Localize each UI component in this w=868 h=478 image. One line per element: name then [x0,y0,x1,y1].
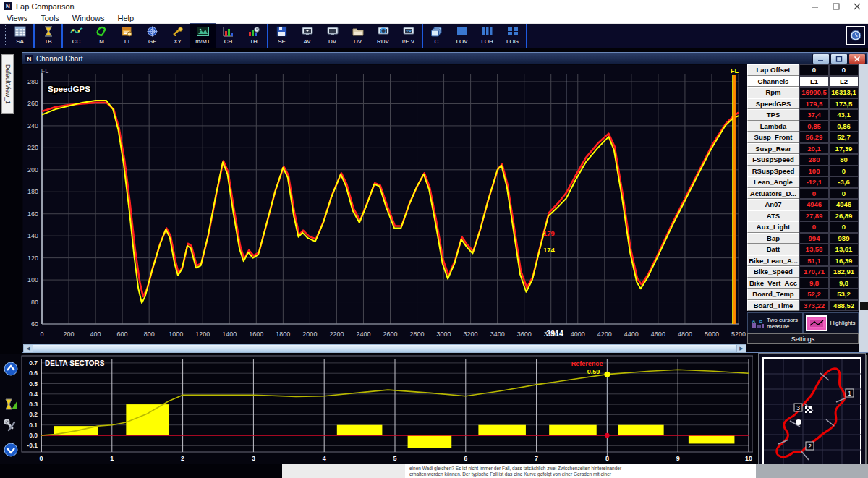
lap-offset-l1[interactable]: 0 [799,64,829,76]
clock-button[interactable] [846,26,865,45]
table-row[interactable]: Susp_Rear20,117,39 [747,143,859,155]
channel-name[interactable]: Bike_Speed [747,266,799,278]
toolbar-button-se[interactable]: SE [269,24,294,48]
table-row[interactable]: Bike_Vert_Acc9,89,8 [747,278,859,289]
chart-close-button[interactable] [848,54,866,64]
lap2-header[interactable]: L2 [829,76,859,88]
channel-name[interactable]: Susp_Front [747,132,799,143]
chart-maximize-button[interactable] [830,54,848,64]
table-row[interactable]: RSuspSpeed1000 [747,166,859,177]
toolbar-button-log[interactable]: LOG [500,24,525,48]
table-row[interactable]: Actuators_D...00 [747,188,859,200]
menu-windows[interactable]: Windows [66,14,111,22]
tools-button[interactable] [2,418,19,435]
channel-name[interactable]: SpeedGPS [747,98,799,110]
channel-name[interactable]: Aux_Light [747,221,799,233]
table-row[interactable]: An0749464946 [747,199,859,210]
menu-tools[interactable]: Tools [34,14,66,22]
channel-name[interactable]: Bap [747,233,799,244]
channel-name[interactable]: Lean_Angle [747,176,799,188]
channel-name[interactable]: Lambda [747,121,799,132]
toolbar-button-th[interactable]: TH [241,24,266,48]
chart-minimize-button[interactable] [812,54,830,64]
view-tab[interactable]: DefaultView_1 [1,54,14,114]
channel-name[interactable]: ATS [747,210,799,222]
channel-name[interactable]: Bike_Vert_Acc [747,278,799,289]
scroll-up-button[interactable] [2,360,19,377]
menu-views[interactable]: Views [0,14,34,22]
delta-sectors-chart[interactable]: -0.10.00.10.20.30.40.50.60.7012345678910… [0,354,753,464]
toolbar-button-gf[interactable]: GF [140,24,165,48]
scroll-down-button[interactable] [2,441,19,458]
channel-chart-titlebar[interactable]: N Channel Chart [22,53,867,64]
table-row[interactable]: SpeedGPS179,5173,5 [747,98,859,110]
toolbar-button-ch[interactable]: CH [216,24,241,48]
channel-name[interactable]: Actuators_D... [747,188,799,200]
lap-offset-l2[interactable]: 0 [829,64,859,76]
toolbar-button-cc[interactable]: CC [64,24,89,48]
toolbar-button-loh[interactable]: LOH [475,24,500,48]
table-row[interactable]: Board_Time373,22488,52 [747,300,859,312]
channel-name[interactable]: TPS [747,109,799,121]
toolbar-button-tb[interactable]: TB [35,24,61,48]
channel-l2-value: 0,86 [829,121,859,132]
maximize-button[interactable] [825,0,847,12]
channel-name[interactable]: RSuspSpeed [747,166,799,177]
scroll-right-icon[interactable]: ▶ [737,345,746,352]
scrollbar-thumb-dark[interactable] [860,302,868,310]
toolbar-button-lov[interactable]: LOV [449,24,475,48]
toolbar-button-label: DV [354,38,362,45]
compare-laps-button[interactable] [2,396,19,413]
table-row[interactable]: Board_Temp52,253,2 [747,289,859,300]
y-tick-label: 120 [27,255,38,262]
table-row[interactable]: Aux_Light00 [747,221,859,233]
toolbar-button-xy[interactable]: XY [165,24,190,48]
toolbar-button-rdv[interactable]: RDV [370,24,396,48]
table-row[interactable]: Bike_Speed170,71182,91 [747,266,859,278]
toolbar-button-m[interactable]: M [89,24,114,48]
two-cursors-button[interactable]: AB Two cursors measure [747,312,803,333]
scroll-left-icon[interactable]: ◀ [24,345,33,352]
toolbar-button-dv[interactable]: DV [345,24,370,48]
menu-help[interactable]: Help [111,14,140,22]
toolbar-button-sa[interactable]: SA [7,24,33,48]
table-row[interactable]: Bike_Lean_A...51,116,39 [747,255,859,267]
toolbar-button-tt[interactable]: TT [114,24,140,48]
table-row[interactable]: Lean_Angle-12,1-3,6 [747,176,859,188]
highlights-button[interactable]: Highlights [803,312,859,333]
toolbar-button-mmt[interactable]: m/MT [190,24,216,48]
toolbar-button-label: SA [16,38,24,45]
close-button[interactable] [846,0,868,12]
toolbar-button-av[interactable]: AV [294,24,320,48]
minimize-button[interactable] [804,0,826,12]
table-row[interactable]: Lambda0,850,86 [747,121,859,132]
channel-name[interactable]: Bike_Lean_A... [747,255,799,267]
channel-l2-value: 989 [829,233,859,244]
table-row[interactable]: ATS27,8926,89 [747,210,859,222]
channel-name[interactable]: Susp_Rear [747,143,799,155]
track-map-window[interactable]: 1 2 3 [758,353,866,471]
speed-chart[interactable]: 0200400600800100012001400160018002000220… [23,65,747,344]
toolbar-button-c[interactable]: C [424,24,449,48]
table-row[interactable]: TPS37,443,1 [747,109,859,121]
chart-horizontal-scrollbar[interactable]: ◀ ▶ [23,344,746,353]
toolbar-button-iev[interactable]: I/E V [396,24,421,48]
x-tick-label: 3200 [464,330,478,338]
table-row[interactable]: Susp_Front56,2952,7 [747,132,859,143]
y-tick-label: 140 [27,232,38,239]
settings-button[interactable]: Settings [747,333,859,344]
channel-name[interactable]: Rpm [747,87,799,98]
table-row[interactable]: Bap994989 [747,233,859,244]
channel-name[interactable]: Board_Time [747,300,799,312]
channel-name[interactable]: FSuspSpeed [747,154,799,166]
table-row[interactable]: Batt13,5813,61 [747,244,859,255]
table-vertical-scrollbar[interactable] [859,64,868,352]
lap1-header[interactable]: L1 [799,76,829,88]
table-row[interactable]: FSuspSpeed28080 [747,154,859,166]
scrollbar-thumb[interactable] [33,345,737,352]
toolbar-button-dv[interactable]: DV [320,24,345,48]
table-row[interactable]: Rpm16990,516313,1 [747,87,859,98]
channel-name[interactable]: Batt [747,244,799,255]
channel-name[interactable]: Board_Temp [747,289,799,300]
channel-name[interactable]: An07 [747,199,799,210]
